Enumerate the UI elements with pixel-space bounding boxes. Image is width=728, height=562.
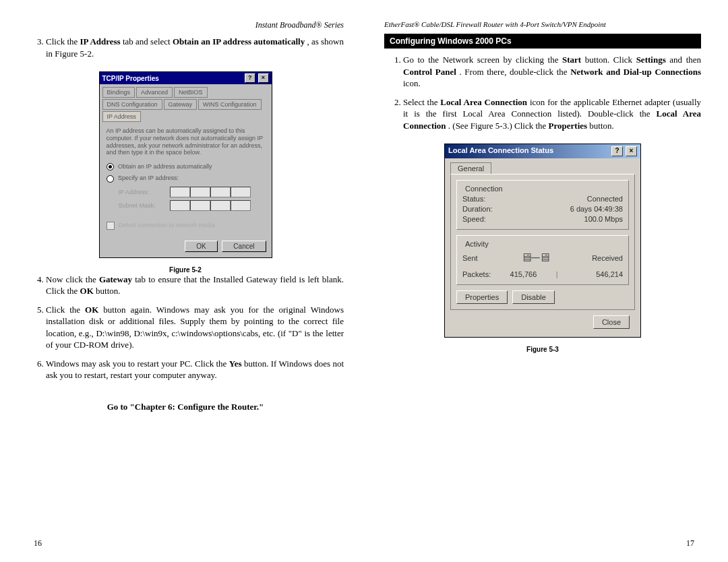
tab-general[interactable]: General: [450, 162, 491, 174]
detect-check[interactable]: Detect connection to network media: [107, 222, 265, 230]
figure-5-3: Local Area Connection Status ? × General…: [384, 144, 701, 338]
radio-obtain-auto[interactable]: Obtain an IP address automatically: [107, 163, 265, 170]
figure-5-2-label: Figure 5-2: [27, 266, 344, 274]
page-number-left: 16: [34, 538, 42, 549]
page-number-right: 17: [686, 538, 694, 549]
step-bold: Properties: [549, 121, 588, 131]
radio-dot-icon: [107, 163, 114, 170]
step-bold: Control Panel: [403, 67, 456, 77]
step-bold: Start: [562, 55, 581, 65]
network-icon: 🖥─🖥: [520, 251, 549, 265]
figure-5-3-label: Figure 5-3: [384, 346, 701, 353]
disable-button[interactable]: Disable: [512, 290, 555, 304]
step-text: Click the: [46, 305, 85, 315]
step-3: Click the IP Address tab and select Obta…: [46, 36, 344, 59]
dialog-tabs: Bindings Advanced NetBIOS DNS Configurat…: [100, 84, 272, 123]
close-button[interactable]: Close: [593, 315, 630, 329]
group-title: Connection: [462, 185, 506, 193]
step-1-right: Go to the Network screen by clicking the…: [403, 54, 701, 90]
step-4: Now click the Gateway tab to ensure that…: [46, 274, 344, 297]
dialog-body: An IP address can be automatically assig…: [100, 123, 272, 233]
radio-specify[interactable]: Specify an IP address:: [107, 175, 265, 182]
mask-input[interactable]: [170, 200, 251, 211]
step-bold: OK: [80, 286, 94, 296]
go-to-text: Go to "Chapter 6: Configure the Router.": [27, 402, 344, 412]
kv-val: Connected: [587, 195, 623, 203]
lac-status-dialog: Local Area Connection Status ? × General…: [444, 144, 641, 338]
step-bold: IP Address: [80, 36, 121, 46]
step-text: Windows may ask you to restart your PC. …: [46, 358, 229, 369]
tab-wins[interactable]: WINS Configuration: [198, 99, 262, 110]
kv-val: 100.0 Mbps: [584, 215, 623, 223]
step-text: button.: [96, 286, 120, 296]
steps-left-cont: Now click the Gateway tab to ensure that…: [27, 274, 344, 388]
figure-5-2: TCP/IP Properties ? × Bindings Advanced …: [27, 71, 344, 257]
sent-label: Sent: [462, 254, 478, 262]
step-text: button.: [589, 121, 613, 131]
step-2-right: Select the Local Area Connection icon fo…: [403, 96, 701, 132]
page-header-left: Instant Broadband® Series: [27, 20, 344, 30]
help-icon[interactable]: ?: [245, 73, 255, 83]
subnet-mask-row: Subnet Mask:: [119, 200, 265, 211]
left-column: Instant Broadband® Series Click the IP A…: [27, 20, 344, 512]
tab-gateway[interactable]: Gateway: [164, 99, 198, 110]
dialog-footer: OK Cancel: [100, 234, 272, 257]
section-title: Configuring Windows 2000 PCs: [384, 34, 701, 49]
group-title: Activity: [462, 240, 491, 248]
step-text: tab and select: [123, 36, 173, 46]
radio-label: Specify an IP address:: [118, 175, 179, 181]
right-column: EtherFast® Cable/DSL Firewall Router wit…: [384, 20, 701, 512]
ok-button[interactable]: OK: [185, 241, 217, 252]
field-label: IP Address:: [119, 189, 166, 195]
page-header-right: EtherFast® Cable/DSL Firewall Router wit…: [384, 20, 701, 28]
tab-dns[interactable]: DNS Configuration: [102, 99, 162, 110]
titlebar-buttons: ? ×: [244, 73, 269, 83]
step-bold: Settings: [636, 55, 666, 65]
step-text: Select the: [403, 97, 440, 107]
dialog-buttons: Properties Disable: [456, 290, 629, 304]
connection-group: Connection Status: Connected Duration: 6…: [456, 180, 629, 230]
step-bold: Network and Dial-up Connections: [570, 67, 701, 77]
step-text: and then: [669, 55, 701, 65]
dialog-inner: General Connection Status: Connected Dur…: [445, 158, 640, 337]
tab-advanced[interactable]: Advanced: [136, 87, 173, 98]
received-label: Received: [592, 254, 623, 262]
tab-bindings[interactable]: Bindings: [102, 87, 135, 98]
step-bold: Local Area Connection: [440, 97, 527, 107]
step-text: . (See Figure 5-3.) Click the: [448, 121, 549, 131]
properties-button[interactable]: Properties: [456, 290, 508, 304]
cancel-button[interactable]: Cancel: [222, 241, 266, 252]
dialog-hint: An IP address can be automatically assig…: [107, 127, 265, 156]
dialog-title: TCP/IP Properties: [102, 75, 159, 82]
help-icon[interactable]: ?: [611, 146, 623, 156]
radio-dot-icon: [107, 175, 114, 183]
step-bold: OK: [85, 305, 98, 315]
step-text: Click the: [46, 36, 80, 46]
step-text: . From there, double-click the: [459, 67, 570, 77]
step-text: Go to the Network screen by clicking the: [403, 55, 562, 65]
close-icon[interactable]: ×: [626, 146, 637, 156]
step-bold: Gateway: [99, 274, 132, 284]
kv-val: 6 days 04:49:38: [570, 205, 623, 213]
kv-key: Speed:: [462, 215, 486, 223]
step-5: Click the OK button again. Windows may a…: [46, 304, 344, 351]
speed-row: Speed: 100.0 Mbps: [462, 215, 623, 223]
ip-input[interactable]: [170, 187, 251, 197]
tab-ipaddress[interactable]: IP Address: [102, 111, 141, 122]
dialog-panel: Connection Status: Connected Duration: 6…: [450, 174, 635, 310]
ip-address-row: IP Address:: [119, 187, 265, 197]
titlebar-buttons: ? ×: [611, 146, 637, 156]
packets-recv: 546,214: [558, 270, 623, 278]
dialog-titlebar: TCP/IP Properties ? ×: [100, 72, 272, 84]
dialog-title: Local Area Connection Status: [448, 146, 553, 156]
step-text: Now click the: [46, 274, 99, 284]
checkbox-icon: [107, 222, 115, 230]
steps-right: Go to the Network screen by clicking the…: [384, 54, 701, 138]
status-row: Status: Connected: [462, 195, 623, 203]
steps-left: Click the IP Address tab and select Obta…: [27, 36, 344, 66]
step-6: Windows may ask you to restart your PC. …: [46, 358, 344, 381]
close-icon[interactable]: ×: [258, 73, 269, 83]
step-bold: Obtain an IP address automatically: [173, 36, 305, 46]
duration-row: Duration: 6 days 04:49:38: [462, 205, 623, 213]
tab-netbios[interactable]: NetBIOS: [174, 87, 208, 98]
